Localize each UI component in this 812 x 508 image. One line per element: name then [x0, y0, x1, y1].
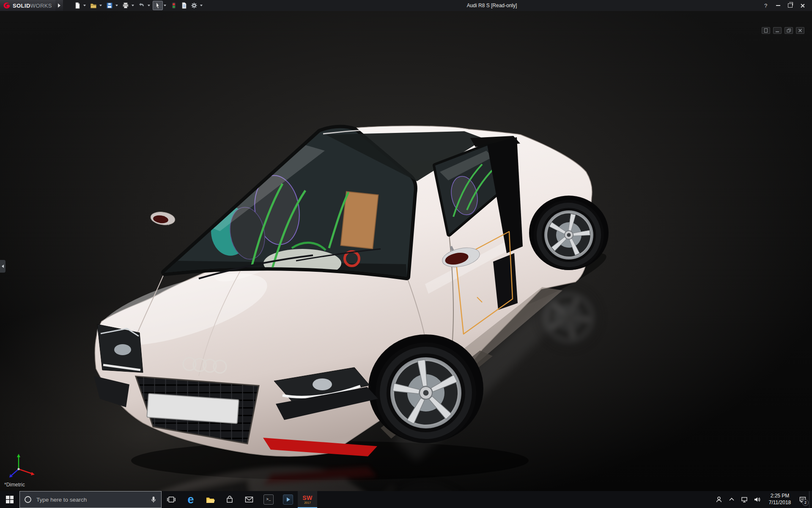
gear-icon — [191, 2, 198, 9]
desktop: { "titlebar": { "brand": {"solid": "SOLI… — [0, 0, 812, 508]
select-button[interactable] — [153, 1, 163, 10]
save-icon — [106, 2, 113, 9]
mail-button[interactable] — [239, 491, 259, 508]
brand-text: SOLIDWORKS — [13, 3, 52, 9]
car-model[interactable] — [89, 126, 610, 456]
view-orientation-label: *Dimetric — [4, 482, 25, 488]
chevron-down-icon — [132, 5, 134, 6]
document-icon — [764, 28, 768, 33]
restore-button[interactable] — [784, 0, 796, 11]
solidworks-icon-year: 2017 — [304, 501, 311, 504]
chevron-left-icon — [2, 265, 4, 268]
select-dropdown[interactable] — [163, 1, 167, 10]
file-properties-icon — [181, 2, 187, 9]
chevron-down-icon — [83, 5, 86, 6]
edge-button[interactable]: e — [181, 491, 200, 508]
options-dropdown[interactable] — [199, 1, 204, 10]
help-button[interactable]: ? — [760, 0, 772, 11]
document-window-controls — [762, 27, 804, 34]
rebuild-traffic-light-icon — [170, 2, 177, 9]
solidworks-button[interactable]: SW 2017 — [298, 491, 317, 508]
print-icon — [122, 2, 129, 9]
undo-dropdown[interactable] — [147, 1, 151, 10]
network-button[interactable] — [738, 491, 751, 508]
window-controls: ? — [760, 0, 809, 11]
print-button[interactable] — [121, 1, 131, 10]
graphics-area[interactable] — [0, 11, 812, 491]
task-view-button[interactable] — [162, 491, 181, 508]
volume-button[interactable] — [751, 491, 763, 508]
undo-arrow-icon — [138, 2, 145, 9]
microsoft-store-icon — [226, 496, 233, 503]
close-icon — [798, 28, 802, 33]
restore-icon — [788, 3, 793, 8]
document-restore-button[interactable] — [785, 27, 793, 34]
undo-button[interactable] — [137, 1, 147, 10]
close-button[interactable] — [796, 0, 809, 11]
hidden-icons-button[interactable] — [725, 491, 738, 508]
flyout-arrow-icon — [58, 3, 60, 8]
quick-access-toolbar — [72, 1, 205, 10]
volume-icon — [753, 496, 761, 503]
chevron-down-icon — [200, 5, 203, 6]
options-button[interactable] — [189, 1, 199, 10]
media-player-icon — [283, 494, 293, 505]
chevron-down-icon — [115, 5, 118, 6]
restore-icon — [787, 28, 791, 33]
brand-works: WORKS — [30, 3, 52, 9]
solidworks-icon: SW 2017 — [302, 495, 313, 504]
clock[interactable]: 2:25 PM 7/11/2018 — [763, 493, 796, 506]
new-document-dropdown[interactable] — [82, 1, 87, 10]
orientation-triad — [6, 452, 40, 482]
new-document-icon — [74, 2, 81, 9]
network-icon — [741, 496, 748, 503]
command-prompt-button[interactable]: >_ — [259, 491, 278, 508]
open-button[interactable] — [88, 1, 99, 10]
new-document-button[interactable] — [72, 1, 82, 10]
tray-time: 2:25 PM — [763, 493, 796, 500]
save-button[interactable] — [104, 1, 115, 10]
window-title: Audi R8 S [Read-only] — [467, 3, 517, 8]
brand-solid: SOLID — [13, 3, 30, 9]
taskbar: e >_ SW 2017 — [0, 491, 812, 508]
search-input[interactable] — [36, 496, 146, 503]
notification-badge: 2 — [802, 500, 809, 506]
start-button[interactable] — [0, 491, 19, 508]
tray-date: 7/11/2018 — [763, 500, 796, 506]
store-button[interactable] — [220, 491, 239, 508]
chevron-down-icon — [164, 5, 166, 6]
open-dropdown[interactable] — [99, 1, 103, 10]
minimize-icon — [776, 5, 780, 6]
file-properties-button[interactable] — [179, 1, 189, 10]
microphone-icon[interactable] — [150, 496, 157, 503]
chevron-down-icon — [99, 5, 102, 6]
file-explorer-icon — [206, 495, 215, 504]
feature-tree-collapse-arrow[interactable] — [0, 260, 5, 273]
save-dropdown[interactable] — [115, 1, 119, 10]
open-folder-icon — [90, 2, 97, 9]
solidworks-logo: SOLIDWORKS — [0, 0, 55, 11]
document-minimize-button[interactable] — [773, 27, 782, 34]
titlebar: SOLIDWORKS — [0, 0, 812, 11]
document-window-menu-button[interactable] — [762, 27, 770, 34]
system-tray: 2:25 PM 7/11/2018 2 — [713, 491, 812, 508]
people-icon — [715, 496, 723, 503]
show-desktop-button[interactable] — [809, 491, 812, 508]
file-explorer-button[interactable] — [200, 491, 220, 508]
search-box[interactable] — [19, 491, 162, 508]
action-center-button[interactable]: 2 — [796, 491, 809, 508]
select-cursor-icon — [154, 2, 161, 9]
print-dropdown[interactable] — [131, 1, 135, 10]
people-button[interactable] — [713, 491, 725, 508]
mail-icon — [245, 496, 253, 503]
minimize-button[interactable] — [772, 0, 784, 11]
cortana-icon — [24, 496, 32, 503]
model-scene[interactable] — [0, 11, 812, 508]
menu-flyout-button[interactable] — [55, 0, 63, 11]
media-player-button[interactable] — [278, 491, 298, 508]
rebuild-button[interactable] — [169, 1, 179, 10]
minimize-icon — [775, 28, 779, 33]
task-view-icon — [167, 496, 176, 503]
document-close-button[interactable] — [796, 27, 804, 34]
close-icon — [800, 3, 805, 8]
